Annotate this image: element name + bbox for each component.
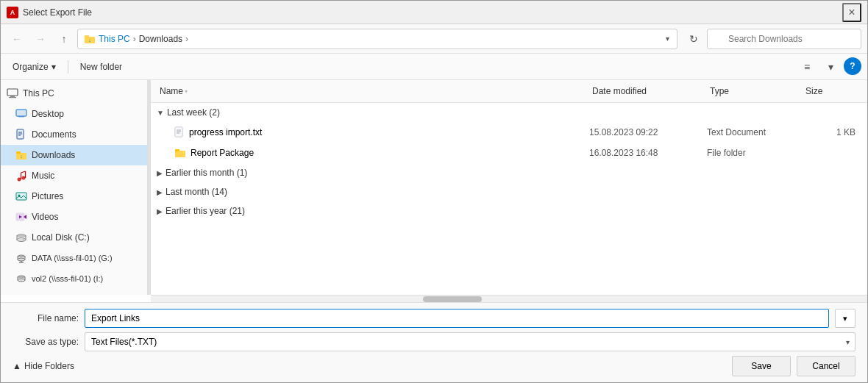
- file-row-progress-import[interactable]: progress import.txt 15.08.2023 09:22 Tex…: [151, 122, 867, 143]
- network-disk-n-icon: [15, 293, 27, 295]
- view-dropdown-icon: ▾: [828, 61, 833, 73]
- sidebar-item-music[interactable]: Music: [1, 165, 147, 186]
- file-name-cell-report: Report Package: [157, 148, 589, 158]
- bottom-area: File name: ▾ Save as type: Text Files(*.…: [1, 302, 867, 382]
- group-last-month[interactable]: ▶ Last month (14): [151, 182, 867, 201]
- sidebar-label-this-pc: This PC: [23, 88, 54, 99]
- svg-rect-3: [7, 89, 18, 96]
- col-type-header[interactable]: Type: [707, 83, 803, 99]
- breadcrumb-dropdown-button[interactable]: ▾: [664, 35, 671, 43]
- help-button[interactable]: ?: [844, 57, 861, 75]
- sort-icon: ▾: [185, 88, 188, 95]
- title-bar: A Select Export File ×: [1, 1, 867, 24]
- save-button[interactable]: Save: [732, 356, 791, 376]
- documents-icon: [15, 129, 27, 140]
- column-headers: Name ▾ Date modified Type Size: [151, 80, 867, 103]
- sidebar-label-data-g: DATA (\\sss-fil-01) (G:): [32, 254, 113, 262]
- dialog-window: A Select Export File × ← → ↑ ↓ This PC ›…: [0, 0, 868, 383]
- view-button[interactable]: ≡: [797, 57, 817, 76]
- back-icon: ←: [12, 33, 22, 45]
- group-last-week-arrow: ▼: [157, 109, 164, 117]
- forward-button[interactable]: →: [30, 29, 51, 49]
- file-type-progress-import: Text Document: [707, 127, 803, 137]
- save-type-wrapper: Text Files(*.TXT) ▾: [85, 332, 855, 351]
- group-earlier-this-month[interactable]: ▶ Earlier this month (1): [151, 163, 867, 182]
- toolbar: Organize ▾ New folder ≡ ▾ ?: [1, 54, 867, 80]
- cancel-button[interactable]: Cancel: [797, 356, 855, 376]
- up-button[interactable]: ↑: [54, 29, 74, 49]
- svg-point-18: [22, 176, 26, 180]
- sidebar-label-documents: Documents: [32, 129, 77, 140]
- view-dropdown-button[interactable]: ▾: [820, 57, 841, 76]
- horizontal-scrollbar[interactable]: [151, 295, 867, 302]
- nav-bar: ← → ↑ ↓ This PC › Downloads › ▾ ↻ 🔍: [1, 24, 867, 54]
- music-icon: [15, 170, 27, 182]
- sidebar-item-downloads[interactable]: ↓ Downloads: [1, 145, 147, 165]
- file-name-dropdown-button[interactable]: ▾: [835, 309, 855, 328]
- desktop-icon: [15, 108, 27, 120]
- file-row-report-package[interactable]: Report Package 16.08.2023 16:48 File fol…: [151, 143, 867, 163]
- sidebar-label-desktop: Desktop: [32, 109, 64, 119]
- sidebar-item-this-pc[interactable]: This PC: [1, 83, 147, 104]
- new-folder-button[interactable]: New folder: [74, 57, 128, 76]
- group-earlier-this-year-arrow: ▶: [157, 207, 163, 215]
- sidebar: This PC Desktop: [1, 80, 148, 295]
- sidebar-item-local-disk-c[interactable]: Local Disk (C:): [1, 227, 147, 248]
- pictures-icon: [15, 190, 27, 202]
- sidebar-item-data-g[interactable]: DATA (\\sss-fil-01) (G:): [1, 248, 147, 268]
- sidebar-item-documents[interactable]: Documents: [1, 124, 147, 145]
- svg-text:↓: ↓: [20, 154, 23, 159]
- hide-folders-button[interactable]: ▲ Hide Folders: [13, 361, 732, 371]
- col-date-header[interactable]: Date modified: [589, 83, 707, 99]
- app-icon: A: [7, 7, 18, 18]
- file-name-input[interactable]: [85, 309, 829, 328]
- svg-point-38: [18, 279, 25, 282]
- file-name-label: File name:: [13, 313, 79, 323]
- back-button[interactable]: ←: [7, 29, 27, 49]
- breadcrumb-icon: ↓: [84, 33, 96, 45]
- group-last-week[interactable]: ▼ Last week (2): [151, 103, 867, 122]
- txt-file-icon: [174, 126, 185, 138]
- refresh-button[interactable]: ↻: [683, 29, 704, 49]
- breadcrumb-sep2: ›: [185, 34, 188, 44]
- group-last-month-arrow: ▶: [157, 188, 163, 196]
- file-date-report-package: 16.08.2023 16:48: [589, 148, 707, 158]
- svg-rect-8: [18, 116, 24, 118]
- svg-rect-22: [16, 193, 26, 200]
- sidebar-label-videos: Videos: [32, 212, 58, 222]
- col-size-header[interactable]: Size: [803, 83, 861, 99]
- svg-rect-4: [10, 96, 15, 97]
- sidebar-label-pictures: Pictures: [32, 191, 63, 201]
- breadcrumb-downloads[interactable]: Downloads: [139, 34, 182, 44]
- sidebar-item-pictures[interactable]: Pictures: [1, 186, 147, 207]
- sidebar-item-videos[interactable]: Videos: [1, 207, 147, 227]
- view-icon: ≡: [804, 61, 810, 73]
- breadcrumb[interactable]: ↓ This PC › Downloads › ▾: [77, 29, 677, 49]
- svg-point-29: [17, 238, 26, 242]
- sidebar-label-downloads: Downloads: [32, 150, 75, 160]
- file-name-progress-import: progress import.txt: [189, 127, 262, 137]
- footer-row: ▲ Hide Folders Save Cancel: [13, 356, 855, 376]
- sidebar-item-vol2-i[interactable]: vol2 (\\sss-fil-01) (I:): [1, 268, 147, 289]
- group-earlier-this-year-label: Earlier this year (21): [166, 206, 245, 216]
- svg-point-33: [18, 258, 25, 261]
- search-input[interactable]: [707, 29, 861, 49]
- group-earlier-this-year[interactable]: ▶ Earlier this year (21): [151, 201, 867, 221]
- hide-folders-label: Hide Folders: [24, 361, 74, 371]
- group-last-month-label: Last month (14): [166, 187, 227, 197]
- save-type-select[interactable]: Text Files(*.TXT): [85, 332, 855, 351]
- sidebar-item-newdev-n[interactable]: Newdev (\\sss-fil-01) (N:): [1, 289, 147, 295]
- organize-button[interactable]: Organize ▾: [7, 57, 62, 76]
- close-button[interactable]: ×: [842, 3, 861, 22]
- up-icon: ↑: [62, 33, 67, 45]
- file-name-cell: progress import.txt: [157, 126, 589, 138]
- col-name-header[interactable]: Name ▾: [157, 83, 589, 99]
- breadcrumb-this-pc[interactable]: This PC: [99, 34, 130, 44]
- sidebar-item-desktop[interactable]: Desktop: [1, 104, 147, 124]
- svg-rect-5: [9, 97, 16, 98]
- folder-file-icon: [174, 148, 186, 158]
- group-last-week-label: Last week (2): [167, 107, 220, 118]
- svg-text:↓: ↓: [88, 37, 91, 43]
- refresh-icon: ↻: [689, 33, 698, 45]
- sidebar-label-vol2-i: vol2 (\\sss-fil-01) (I:): [32, 274, 103, 283]
